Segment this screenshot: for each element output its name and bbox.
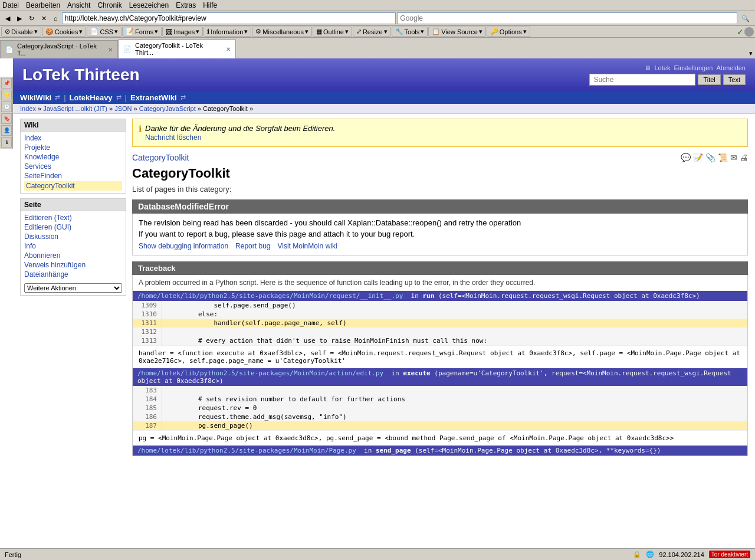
print-icon[interactable]: 🖨 — [740, 153, 748, 162]
css-icon: 📄 — [90, 28, 99, 35]
webdev-information[interactable]: ℹ Information ▾ — [203, 27, 251, 37]
breadcrumb-index[interactable]: Index — [20, 105, 36, 112]
nav-extranetwiki[interactable]: ExtranetWiki — [130, 93, 177, 102]
viewsource-icon: 📋 — [432, 28, 440, 35]
breadcrumb-current: CategoryToolkit — [203, 105, 248, 112]
nav-lotekheavy[interactable]: LotekHeavy — [70, 93, 113, 102]
stop-button[interactable]: ✕ — [38, 13, 50, 24]
webdev-images[interactable]: 🖼 Images ▾ — [162, 27, 203, 37]
search-title-button[interactable]: Titel — [698, 74, 720, 85]
side-icon-6[interactable]: ℹ — [1, 137, 12, 148]
link-report-bug[interactable]: Report bug — [235, 242, 270, 250]
sidebar-link-seitefinden[interactable]: SeiteFinden — [24, 172, 122, 180]
error-body: The revision being read has been discard… — [132, 214, 748, 256]
breadcrumb: Index » JavaScript ...olkit (JIT) » JSON… — [13, 104, 755, 114]
file-link-1[interactable]: /home/lotek/lib/python2.5/site-packages/… — [137, 292, 403, 300]
webdev-resize[interactable]: ⤢ Resize ▾ — [353, 27, 391, 37]
side-icon-4[interactable]: 🔖 — [1, 113, 12, 124]
back-button[interactable]: ◀ — [2, 13, 13, 24]
sidebar-link-index[interactable]: Index — [24, 134, 122, 142]
webdev-miscellaneous[interactable]: ⚙ Miscellaneous ▾ — [252, 27, 312, 37]
sidebar-link-abonnieren[interactable]: Abonnieren — [24, 251, 122, 260]
page-title-link[interactable]: CategoryToolkit — [132, 153, 189, 162]
address-input[interactable] — [62, 12, 396, 24]
tab-close-2[interactable]: ✕ — [226, 46, 231, 53]
sidebar-link-diskussion[interactable]: Diskussion — [24, 232, 122, 241]
code-lines-2: 183 184 # sets revision number to defaul… — [133, 386, 747, 430]
webdev-viewsource[interactable]: 📋 View Source ▾ — [428, 27, 486, 37]
status-dot — [744, 27, 754, 37]
sidebar-link-dateianhange[interactable]: Dateianhänge — [24, 270, 122, 279]
code-line: 186 request.theme.add_msg(savemsg, "info… — [133, 412, 747, 421]
forward-button[interactable]: ▶ — [14, 13, 25, 24]
nav-wikiwiki[interactable]: WikiWiki — [20, 93, 51, 102]
side-icon-1[interactable]: 📌 — [1, 78, 12, 89]
link-einstellungen[interactable]: Einstellungen — [674, 64, 713, 71]
weitere-aktionen-select[interactable]: Weitere Aktionen: — [24, 283, 122, 293]
breadcrumb-catjs[interactable]: CategoryJavaScript — [139, 105, 196, 112]
link-abmelden[interactable]: Abmelden — [716, 64, 746, 71]
menu-bearbeiten[interactable]: Bearbeiten — [26, 1, 60, 9]
sidebar-wiki-title: Wiki — [21, 119, 126, 132]
tab-favicon: 📄 — [5, 46, 14, 54]
search-input-toolbar[interactable] — [397, 12, 737, 24]
sidebar-link-services[interactable]: Services — [24, 162, 122, 171]
sidebar-link-editgui[interactable]: Editieren (GUI) — [24, 223, 122, 231]
history-icon[interactable]: 📜 — [718, 153, 728, 162]
sidebar-link-knowledge[interactable]: Knowledge — [24, 153, 122, 161]
webdev-disable[interactable]: ⊘ Disable ▾ — [1, 27, 41, 37]
webdev-options[interactable]: 🔑 Options ▾ — [487, 27, 530, 37]
tab-close-1[interactable]: ✕ — [108, 47, 113, 53]
link-lotek[interactable]: Lotek — [654, 64, 670, 71]
tab-categoryjsscript[interactable]: 📄 CategoryJavaScript - LoTek T... ✕ — [0, 40, 118, 58]
sidebar-link-verweis[interactable]: Verweis hinzufügen — [24, 261, 122, 269]
webdev-forms[interactable]: 📝 Forms ▾ — [122, 27, 162, 37]
sidebar: Wiki Index Projekte Knowledge Services S… — [20, 119, 126, 462]
sidebar-link-edittext[interactable]: Editieren (Text) — [24, 214, 122, 222]
menu-lesezeichen[interactable]: Lesezeichen — [129, 1, 169, 9]
wiki-header: LoTek Thirteen 🖥 Lotek Einstellungen Abm… — [13, 58, 755, 91]
side-icon-2[interactable]: ⭐ — [1, 90, 12, 100]
menu-ansicht[interactable]: Ansicht — [67, 1, 90, 9]
sidebar-link-info[interactable]: Info — [24, 242, 122, 250]
edit-icon[interactable]: 📝 — [693, 153, 703, 162]
link-visit-moinmoin[interactable]: Visit MoinMoin wiki — [277, 242, 337, 250]
reload-button[interactable]: ↻ — [26, 13, 37, 24]
menu-chronik[interactable]: Chronik — [97, 1, 122, 9]
file-link-3[interactable]: /home/lotek/lib/python2.5/site-packages/… — [137, 447, 356, 454]
menu-extras[interactable]: Extras — [176, 1, 196, 9]
page-wrapper: LoTek Thirteen 🖥 Lotek Einstellungen Abm… — [13, 58, 755, 467]
comment-icon[interactable]: 💬 — [681, 153, 691, 162]
code-line: 1312 — [133, 328, 747, 336]
home-button[interactable]: ⌂ — [51, 13, 61, 24]
breadcrumb-jit[interactable]: JavaScript ...olkit (JIT) — [43, 105, 107, 112]
side-icon-3[interactable]: 🕐 — [1, 101, 12, 112]
traceback-frame-2-file: /home/lotek/lib/python2.5/site-packages/… — [133, 368, 747, 386]
sidebar-link-categorytoolkit[interactable]: CategoryToolkit — [24, 181, 122, 191]
webdev-css[interactable]: 📄 CSS ▾ — [87, 27, 122, 37]
wiki-search-input[interactable] — [589, 74, 695, 86]
link-show-debugging[interactable]: Show debugging information — [139, 242, 228, 250]
menu-hilfe[interactable]: Hilfe — [203, 1, 217, 9]
tab-categorytoolkit[interactable]: 📄 CategoryToolkit - LoTek Thirt... ✕ — [118, 40, 236, 58]
sidebar-link-projekte[interactable]: Projekte — [24, 143, 122, 152]
webdev-cookies[interactable]: 🍪 Cookies ▾ — [42, 27, 87, 37]
notification-text: Danke für die Änderung und die Sorgfalt … — [145, 124, 335, 133]
forms-icon: 📝 — [126, 28, 134, 35]
email-icon[interactable]: ✉ — [730, 153, 737, 162]
search-go-button[interactable]: 🔍 — [738, 13, 753, 24]
notification-dismiss-link[interactable]: Nachricht löschen — [145, 133, 201, 142]
traceback-frame-3-file: /home/lotek/lib/python2.5/site-packages/… — [133, 446, 747, 456]
search-text-button[interactable]: Text — [723, 74, 746, 85]
sidebar-wiki-links: Index Projekte Knowledge Services SeiteF… — [21, 132, 126, 193]
wiki-header-right: 🖥 Lotek Einstellungen Abmelden Titel Tex… — [589, 64, 746, 86]
breadcrumb-json[interactable]: JSON — [114, 105, 132, 112]
traceback-section: Traceback A problem occurred in a Python… — [132, 261, 748, 456]
menu-datei[interactable]: Datei — [2, 1, 19, 9]
webdev-tools[interactable]: 🔧 Tools ▾ — [392, 27, 428, 37]
attach-icon[interactable]: 📎 — [705, 153, 715, 162]
webdev-outline[interactable]: ▦ Outline ▾ — [313, 27, 352, 37]
file-link-2[interactable]: /home/lotek/lib/python2.5/site-packages/… — [137, 369, 383, 377]
tabs-overflow[interactable]: ▾ — [747, 48, 755, 58]
side-icon-5[interactable]: 👤 — [1, 125, 12, 136]
